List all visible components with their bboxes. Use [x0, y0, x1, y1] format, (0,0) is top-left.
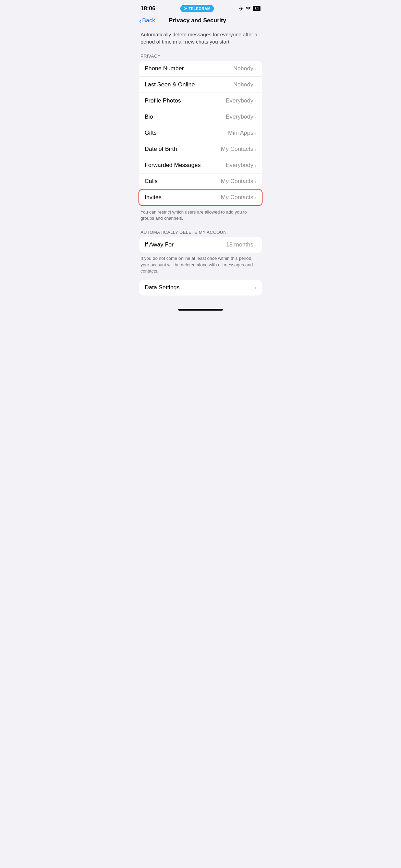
data-settings-chevron-icon: › — [255, 285, 256, 290]
if-away-for-chevron-icon: › — [255, 242, 256, 248]
bio-right: Everybody › — [226, 113, 256, 120]
calls-chevron-icon: › — [255, 179, 256, 184]
date-of-birth-row[interactable]: Date of Birth My Contacts › — [139, 141, 262, 157]
data-settings-right: › — [255, 285, 256, 290]
if-away-for-right: 18 months › — [226, 241, 256, 248]
gifts-chevron-icon: › — [255, 130, 256, 136]
home-indicator — [178, 309, 223, 311]
forwarded-messages-value: Everybody — [226, 162, 253, 169]
privacy-footer: You can restrict which users are allowed… — [134, 206, 267, 227]
calls-right: My Contacts › — [221, 178, 256, 185]
if-away-for-row[interactable]: If Away For 18 months › — [139, 237, 262, 253]
data-settings-label: Data Settings — [145, 284, 180, 291]
status-time: 18:06 — [141, 5, 155, 12]
phone-number-right: Nobody › — [233, 65, 256, 72]
telegram-send-icon: ➤ — [184, 6, 187, 11]
invites-value: My Contacts — [221, 194, 253, 201]
privacy-section: PRIVACY Phone Number Nobody › Last Seen … — [134, 51, 267, 189]
gifts-row[interactable]: Gifts Mini Apps › — [139, 125, 262, 141]
profile-photos-value: Everybody — [226, 97, 253, 104]
nav-bar: ‹ Back Privacy and Security — [134, 14, 267, 28]
profile-photos-right: Everybody › — [226, 97, 256, 104]
phone-number-chevron-icon: › — [255, 66, 256, 72]
forwarded-messages-chevron-icon: › — [255, 162, 256, 168]
back-button[interactable]: ‹ Back — [139, 17, 155, 24]
if-away-for-value: 18 months — [226, 241, 253, 248]
battery-indicator: 84 — [253, 6, 260, 11]
last-seen-right: Nobody › — [233, 81, 256, 88]
profile-photos-chevron-icon: › — [255, 98, 256, 104]
bio-chevron-icon: › — [255, 114, 256, 120]
last-seen-row[interactable]: Last Seen & Online Nobody › — [139, 77, 262, 93]
auto-delete-settings-group: If Away For 18 months › — [139, 237, 262, 253]
forwarded-messages-right: Everybody › — [226, 162, 256, 169]
phone-number-label: Phone Number — [145, 65, 184, 72]
invites-right: My Contacts › — [221, 194, 256, 201]
if-away-for-label: If Away For — [145, 241, 174, 248]
bio-label: Bio — [145, 113, 153, 120]
invites-label: Invites — [145, 194, 161, 201]
last-seen-value: Nobody — [233, 81, 253, 88]
forwarded-messages-row[interactable]: Forwarded Messages Everybody › — [139, 157, 262, 173]
gifts-value: Mini Apps — [228, 130, 253, 136]
phone-number-row[interactable]: Phone Number Nobody › — [139, 61, 262, 77]
profile-photos-label: Profile Photos — [145, 97, 181, 104]
back-chevron-icon: ‹ — [139, 17, 142, 24]
gifts-label: Gifts — [145, 130, 157, 136]
calls-label: Calls — [145, 178, 158, 185]
last-seen-chevron-icon: › — [255, 82, 256, 88]
data-settings-row[interactable]: Data Settings › — [139, 280, 262, 296]
privacy-settings-group: Phone Number Nobody › Last Seen & Online… — [139, 61, 262, 189]
calls-value: My Contacts — [221, 178, 253, 185]
auto-delete-section-label: AUTOMATICALLY DELETE MY ACCOUNT — [134, 227, 267, 237]
invites-chevron-icon: › — [255, 195, 256, 201]
status-right: ✈ 84 — [239, 5, 260, 12]
data-settings-group: Data Settings › — [139, 280, 262, 296]
airplane-icon: ✈ — [239, 5, 243, 12]
back-label: Back — [142, 17, 155, 24]
auto-delete-section: AUTOMATICALLY DELETE MY ACCOUNT If Away … — [134, 227, 267, 253]
calls-row[interactable]: Calls My Contacts › — [139, 173, 262, 189]
auto-delete-footer: If you do not come online at least once … — [134, 253, 267, 280]
last-seen-label: Last Seen & Online — [145, 81, 195, 88]
intro-text: Automatically delete messages for everyo… — [134, 28, 267, 51]
invites-row[interactable]: Invites My Contacts › — [139, 190, 262, 205]
forwarded-messages-label: Forwarded Messages — [145, 162, 200, 169]
wifi-icon — [245, 6, 251, 11]
date-of-birth-label: Date of Birth — [145, 146, 177, 153]
profile-photos-row[interactable]: Profile Photos Everybody › — [139, 93, 262, 109]
date-of-birth-value: My Contacts — [221, 146, 253, 153]
gifts-right: Mini Apps › — [228, 130, 256, 136]
bio-value: Everybody — [226, 113, 253, 120]
date-of-birth-chevron-icon: › — [255, 146, 256, 152]
status-bar: 18:06 ➤ TELEGRAM ✈ 84 — [134, 0, 267, 14]
telegram-badge: ➤ TELEGRAM — [180, 5, 214, 12]
invites-row-wrapper: Invites My Contacts › — [138, 189, 263, 206]
bio-row[interactable]: Bio Everybody › — [139, 109, 262, 125]
phone-number-value: Nobody — [233, 65, 253, 72]
date-of-birth-right: My Contacts › — [221, 146, 256, 153]
privacy-section-label: PRIVACY — [134, 51, 267, 61]
page-title: Privacy and Security — [169, 17, 226, 24]
